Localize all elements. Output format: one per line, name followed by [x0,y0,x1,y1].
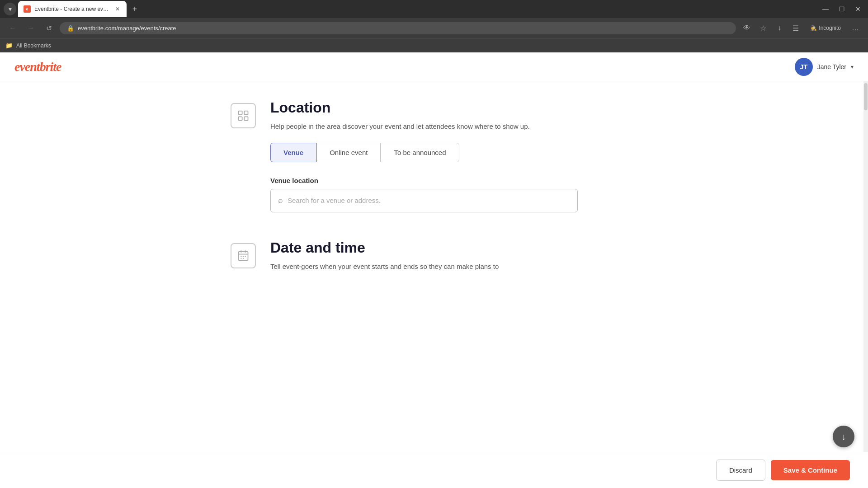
bookmarks-folder-icon: 📁 [5,42,13,49]
refresh-button[interactable]: ↺ [42,21,56,35]
date-section: Date and time Tell event-goers when your… [231,239,637,283]
all-bookmarks-label: All Bookmarks [16,42,51,49]
user-name: Jane Tyler [817,63,846,70]
tab-bar: ▾ e Eventbrite - Create a new ever... ✕ … [4,1,141,17]
menu-button[interactable]: … [848,21,863,35]
tab-close-button[interactable]: ✕ [114,5,121,13]
tab-favicon: e [24,5,31,13]
sidebar-icon[interactable]: ☰ [788,21,803,35]
bookmarks-bar: 📁 All Bookmarks [0,38,868,52]
scrollbar-thumb[interactable] [864,83,868,110]
date-title: Date and time [270,239,637,256]
back-button[interactable]: ← [5,21,20,35]
scroll-down-button[interactable]: ↓ [833,426,854,447]
bottom-bar: Discard Save & Continue [0,452,868,488]
address-bar[interactable]: 🔒 eventbrite.com/manage/events/create [60,22,736,34]
browser-titlebar: ▾ e Eventbrite - Create a new ever... ✕ … [0,0,868,18]
address-text: eventbrite.com/manage/events/create [78,25,176,32]
svg-rect-1 [244,111,248,115]
location-icon [231,103,256,128]
venue-button[interactable]: Venue [270,143,316,162]
avatar: JT [795,58,813,76]
forward-button[interactable]: → [24,21,38,35]
restore-button[interactable]: ☐ [835,3,848,15]
chevron-down-icon: ▾ [851,64,854,70]
svg-rect-3 [244,117,248,120]
eye-icon[interactable]: 👁 [740,21,754,35]
download-icon[interactable]: ↓ [772,21,787,35]
toolbar-icons: 👁 ☆ ↓ ☰ [740,21,803,35]
eventbrite-logo[interactable]: eventbrite [14,60,61,74]
app-wrapper: eventbrite JT Jane Tyler ▾ Location Help… [0,52,868,488]
online-event-button[interactable]: Online event [316,143,381,162]
main-content[interactable]: Location Help people in the area discove… [0,81,868,452]
venue-search-input[interactable] [288,197,570,204]
window-controls: — ☐ ✕ [819,3,864,15]
security-icon: 🔒 [67,25,74,32]
tab-list-button[interactable]: ▾ [4,3,16,15]
scrollbar-track[interactable] [863,81,868,452]
save-continue-button[interactable]: Save & Continue [771,460,850,480]
search-icon: ⌕ [278,196,283,205]
user-menu[interactable]: JT Jane Tyler ▾ [795,58,854,76]
date-desc: Tell event-goers when your event starts … [270,262,637,272]
location-title: Location [270,99,637,116]
location-desc: Help people in the area discover your ev… [270,122,637,132]
svg-rect-2 [239,117,242,120]
svg-rect-0 [239,111,242,115]
star-icon[interactable]: ☆ [756,21,770,35]
app-header: eventbrite JT Jane Tyler ▾ [0,52,868,81]
to-be-announced-button[interactable]: To be announced [381,143,459,162]
location-type-buttons: Venue Online event To be announced [270,143,637,162]
date-icon [231,243,256,268]
discard-button[interactable]: Discard [716,460,765,481]
venue-location-label: Venue location [270,177,637,184]
browser-chrome: ▾ e Eventbrite - Create a new ever... ✕ … [0,0,868,52]
incognito-label: Incognito [819,25,841,31]
tab-title: Eventbrite - Create a new ever... [34,6,110,12]
browser-toolbar: ← → ↺ 🔒 eventbrite.com/manage/events/cre… [0,18,868,38]
incognito-badge: 🕵 Incognito [807,23,844,33]
location-body: Location Help people in the area discove… [270,99,637,212]
date-body: Date and time Tell event-goers when your… [270,239,637,283]
location-section: Location Help people in the area discove… [231,99,637,212]
minimize-button[interactable]: — [819,3,832,15]
close-button[interactable]: ✕ [852,3,864,15]
new-tab-button[interactable]: + [128,3,141,15]
active-tab[interactable]: e Eventbrite - Create a new ever... ✕ [18,1,127,17]
incognito-icon: 🕵 [810,25,817,31]
venue-search-wrap[interactable]: ⌕ [270,189,578,212]
